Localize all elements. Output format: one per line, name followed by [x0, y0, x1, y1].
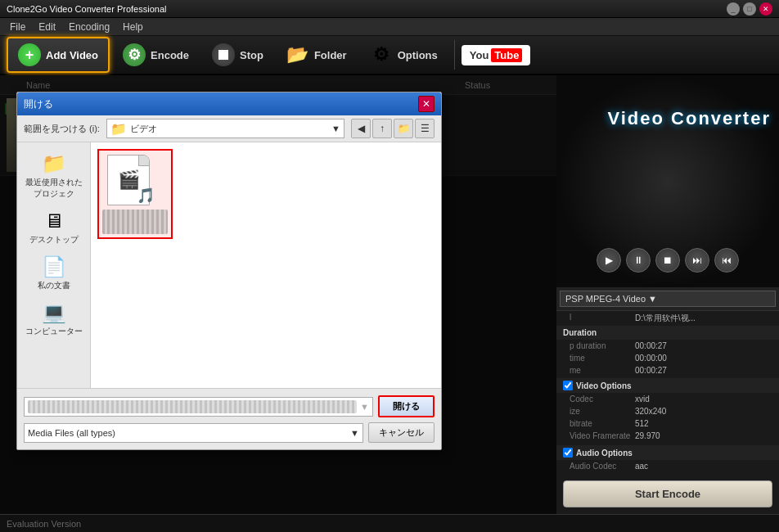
folder-icon-small: 📁	[110, 121, 127, 137]
filename-input[interactable]: ▼	[24, 397, 373, 417]
menu-edit[interactable]: Edit	[32, 20, 62, 34]
sidebar-item-documents[interactable]: 📄 私の文書	[20, 252, 87, 295]
dialog-location-label: 範囲を見つける (i):	[24, 123, 100, 135]
menu-encoding[interactable]: Encoding	[62, 20, 116, 34]
format-select-dropdown[interactable]: PSP MPEG-4 Video ▼	[560, 291, 776, 307]
file-icon-container: 🎬 🎵	[102, 154, 155, 206]
main-content: Name Status ✓ Loca...	[0, 75, 779, 514]
audio-options-header: Audio Options	[556, 445, 779, 460]
encode-button[interactable]: ⚙ Encode	[113, 38, 199, 71]
prop-key-endtime: me	[570, 366, 635, 375]
stop-ctrl-button[interactable]: ⏹	[655, 248, 680, 273]
start-encode-button[interactable]: Start Encode	[563, 480, 772, 507]
prop-key-codec: Codec	[570, 394, 635, 404]
nav-back-button[interactable]: ◀	[351, 119, 371, 138]
dialog-toolbar: 範囲を見つける (i): 📁 ビデオ ▼ ◀ ↑ 📁 ☰	[17, 115, 441, 142]
right-panel: Video Converter ▶ ⏸ ⏹ ⏭ ⏮ PSP MPEG-4 Vid…	[556, 75, 779, 514]
close-button[interactable]: ✕	[759, 2, 772, 16]
dialog-close-button[interactable]: ✕	[418, 96, 435, 112]
file-type-selector[interactable]: Media Files (all types) ▼	[24, 423, 363, 443]
youtube-you: You	[470, 49, 489, 61]
audio-options-checkbox[interactable]	[563, 448, 573, 458]
prev-button[interactable]: ⏮	[714, 248, 739, 273]
video-options-header: Video Options	[556, 378, 779, 393]
dialog-title-bar: 開ける ✕	[17, 92, 441, 115]
folder-label: Folder	[314, 49, 347, 61]
video-preview: Video Converter ▶ ⏸ ⏹ ⏭ ⏮	[556, 75, 779, 287]
format-label: PSP MPEG-4 Video	[565, 294, 646, 304]
prop-val-pduration: 00:00:27	[635, 341, 667, 350]
prop-val-audio-codec: aac	[635, 462, 648, 471]
nav-view-button[interactable]: ☰	[415, 119, 435, 138]
folder-icon: 📂	[286, 43, 309, 66]
options-label: Options	[398, 49, 438, 61]
prop-row-size: ize 320x240	[556, 405, 779, 417]
sidebar-recent-label: 最近使用されたプロジェク	[24, 177, 83, 200]
status-bar: Evaluation Version	[0, 514, 779, 532]
audio-options-section: Audio Options Audio Codec aac	[556, 444, 779, 474]
dialog-cancel-button[interactable]: キャンセル	[368, 422, 435, 443]
stop-icon: ⏹	[212, 43, 235, 66]
dialog-nav-buttons: ◀ ↑ 📁 ☰	[351, 119, 435, 138]
video-options-label: Video Options	[576, 381, 632, 390]
minimize-button[interactable]: _	[727, 2, 740, 16]
audio-badge-icon: 🎵	[137, 187, 155, 205]
dialog-overlay: 開ける ✕ 範囲を見つける (i): 📁 ビデオ ▼ ◀	[0, 75, 556, 514]
prop-row-bitrate: bitrate 512	[556, 417, 779, 430]
youtube-badge[interactable]: You Tube	[462, 45, 531, 65]
prop-val-bitrate: 512	[635, 419, 649, 428]
maximize-button[interactable]: □	[743, 2, 756, 16]
nav-up-button[interactable]: ↑	[372, 119, 392, 138]
selected-file-item[interactable]: 🎬 🎵	[97, 149, 173, 239]
options-button[interactable]: ⚙ Options	[360, 38, 448, 71]
add-video-button[interactable]: + Add Video	[7, 37, 110, 73]
folder-button[interactable]: 📂 Folder	[277, 38, 357, 71]
filename-blurred	[102, 210, 168, 234]
prop-key-size: ize	[570, 407, 635, 416]
prop-val-endtime: 00:00:27	[635, 366, 667, 375]
toolbar-separator	[454, 40, 455, 70]
prop-val-codec: xvid	[635, 394, 650, 404]
next-button[interactable]: ⏭	[685, 248, 709, 273]
prop-key-time: time	[570, 354, 635, 363]
stop-button[interactable]: ⏹ Stop	[202, 38, 273, 71]
prop-key-framerate: Video Framerate	[570, 431, 635, 440]
prop-key-bitrate: bitrate	[570, 419, 635, 428]
prop-val-location: D:\常用软件\视...	[635, 313, 696, 324]
prop-val-time: 00:00:00	[635, 354, 667, 363]
dialog-file-area[interactable]: 🎬 🎵	[91, 142, 441, 388]
menu-help[interactable]: Help	[116, 20, 150, 34]
computer-icon: 💻	[42, 301, 66, 324]
youtube-tube: Tube	[491, 48, 522, 62]
toolbar: + Add Video ⚙ Encode ⏹ Stop 📂 Folder ⚙ O…	[0, 36, 779, 75]
prop-row-audio-codec: Audio Codec aac	[556, 460, 779, 472]
documents-icon: 📄	[42, 255, 66, 278]
dropdown-arrow-icon: ▼	[331, 124, 340, 133]
dialog-path-selector[interactable]: 📁 ビデオ ▼	[106, 119, 344, 138]
duration-header-text: Duration	[563, 328, 597, 337]
sidebar-item-computer[interactable]: 💻 コンピューター	[20, 298, 87, 340]
title-bar: Clone2Go Video Converter Professional _ …	[0, 0, 779, 18]
dialog-footer: ▼ 開ける Media Files (all types) ▼ キャンセル	[17, 388, 441, 449]
options-icon: ⚙	[370, 43, 393, 66]
menu-file[interactable]: File	[3, 20, 32, 34]
video-list-panel: Name Status ✓ Loca...	[0, 75, 556, 514]
pause-button[interactable]: ⏸	[626, 248, 651, 273]
prop-row-framerate: Video Framerate 29.970	[556, 430, 779, 442]
app-title: Clone2Go Video Converter Professional	[7, 4, 727, 14]
dialog-open-button[interactable]: 開ける	[378, 395, 435, 417]
sidebar-item-recent[interactable]: 📁 最近使用されたプロジェク	[20, 149, 87, 203]
nav-new-folder-button[interactable]: 📁	[394, 119, 413, 138]
open-file-dialog: 開ける ✕ 範囲を見つける (i): 📁 ビデオ ▼ ◀	[16, 92, 442, 450]
dropdown-arrow-filename: ▼	[360, 402, 369, 412]
prop-row-codec: Codec xvid	[556, 393, 779, 405]
prop-row-location: l D:\常用软件\视...	[556, 311, 779, 326]
video-options-checkbox[interactable]	[563, 381, 573, 390]
sidebar-computer-label: コンピューター	[25, 326, 83, 337]
prop-header-duration: Duration	[556, 326, 779, 340]
sidebar-item-desktop[interactable]: 🖥 デスクトップ	[20, 206, 87, 249]
play-button[interactable]: ▶	[597, 248, 621, 273]
sidebar-documents-label: 私の文書	[38, 280, 70, 291]
player-controls: ▶ ⏸ ⏹ ⏭ ⏮	[590, 241, 745, 279]
recent-icon: 📁	[42, 152, 66, 175]
